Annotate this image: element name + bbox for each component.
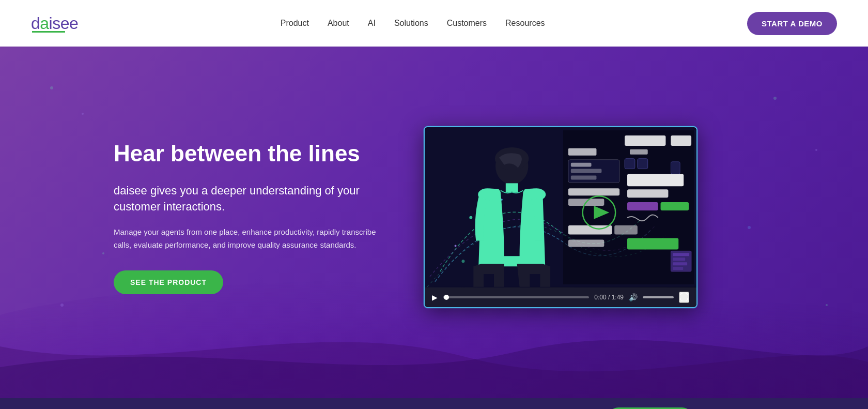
- nav-ai[interactable]: AI: [368, 19, 376, 28]
- logo-text: daisee: [31, 14, 78, 33]
- video-controls: ▶ 0:00 / 1:49 🔊 ⛶: [425, 287, 696, 307]
- hero-subtitle: daisee gives you a deeper understanding …: [114, 183, 393, 215]
- svg-rect-42: [673, 253, 689, 256]
- svg-point-7: [826, 304, 828, 306]
- svg-rect-17: [506, 183, 518, 192]
- svg-rect-40: [568, 240, 604, 247]
- logo[interactable]: daisee: [31, 14, 78, 33]
- nav-customers[interactable]: Customers: [447, 19, 487, 28]
- svg-rect-28: [571, 175, 597, 179]
- svg-rect-43: [673, 257, 685, 261]
- nav-resources[interactable]: Resources: [505, 19, 545, 28]
- volume-button[interactable]: 🔊: [629, 293, 638, 301]
- start-demo-button[interactable]: START A DEMO: [747, 12, 837, 35]
- svg-rect-46: [671, 162, 680, 174]
- video-content: [425, 127, 696, 287]
- cookie-banner: Only essential cookies are utilised by t…: [0, 398, 868, 409]
- volume-bar[interactable]: [643, 296, 674, 298]
- hero-content: Hear between the lines daisee gives you …: [114, 140, 393, 294]
- svg-point-2: [773, 97, 777, 100]
- fullscreen-button[interactable]: ⛶: [679, 292, 689, 303]
- svg-point-5: [102, 252, 104, 254]
- nav-product[interactable]: Product: [281, 19, 309, 28]
- svg-point-3: [815, 149, 817, 151]
- svg-rect-22: [671, 135, 691, 146]
- svg-rect-34: [661, 202, 689, 210]
- svg-point-9: [469, 216, 472, 219]
- svg-point-0: [50, 86, 53, 89]
- main-nav: Product About AI Solutions Customers Res…: [281, 19, 545, 28]
- see-product-button[interactable]: SEE THE PRODUCT: [114, 270, 223, 294]
- svg-point-4: [748, 226, 751, 229]
- video-player[interactable]: ▶ 0:00 / 1:49 🔊 ⛶: [424, 126, 698, 308]
- svg-rect-44: [673, 262, 687, 265]
- svg-rect-45: [673, 267, 683, 270]
- progress-indicator: [444, 295, 449, 300]
- header: daisee Product About AI Solutions Custom…: [0, 0, 868, 47]
- svg-rect-23: [568, 148, 597, 156]
- nav-solutions[interactable]: Solutions: [394, 19, 428, 28]
- svg-rect-31: [627, 174, 684, 186]
- hero-section: Hear between the lines daisee gives you …: [0, 47, 868, 398]
- svg-rect-32: [627, 189, 668, 198]
- svg-rect-33: [627, 202, 658, 210]
- hero-description: Manage your agents from one place, enhan…: [114, 225, 393, 252]
- svg-rect-24: [630, 149, 648, 155]
- svg-rect-39: [627, 238, 678, 250]
- svg-rect-29: [625, 159, 635, 169]
- nav-about[interactable]: About: [328, 19, 349, 28]
- svg-rect-38: [614, 225, 638, 235]
- svg-rect-27: [571, 169, 602, 173]
- play-pause-button[interactable]: ▶: [432, 293, 438, 301]
- svg-rect-30: [638, 159, 648, 169]
- svg-rect-21: [625, 135, 665, 146]
- progress-bar[interactable]: [443, 296, 589, 298]
- video-wrapper: ▶ 0:00 / 1:49 🔊 ⛶: [424, 126, 698, 308]
- time-display: 0:00 / 1:49: [594, 294, 624, 301]
- svg-point-6: [60, 304, 64, 307]
- svg-point-12: [455, 245, 457, 247]
- svg-rect-26: [571, 163, 592, 167]
- hero-title: Hear between the lines: [114, 140, 393, 168]
- svg-rect-35: [568, 188, 619, 195]
- svg-point-1: [82, 113, 84, 115]
- svg-point-14: [461, 260, 464, 263]
